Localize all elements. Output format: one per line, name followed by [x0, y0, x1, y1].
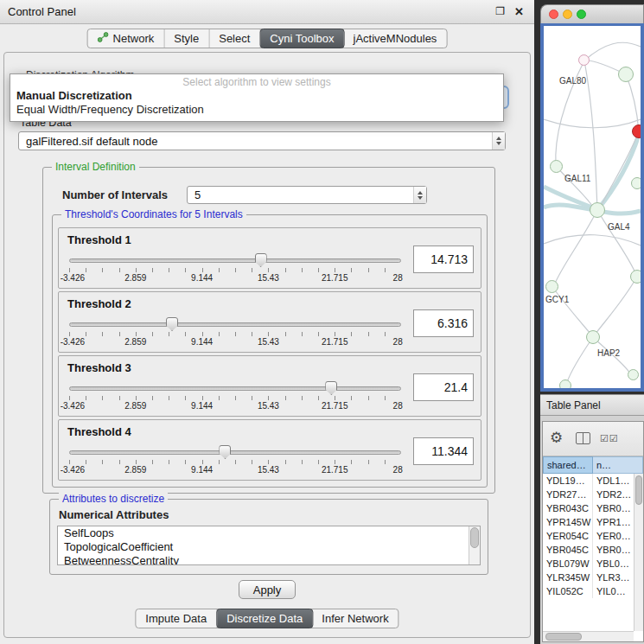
- threshold-row: Threshold 3 -3.426 2.859 9.144 15.43 21.…: [58, 355, 481, 417]
- table-horizontal-scrollbar[interactable]: [543, 631, 634, 641]
- table-row[interactable]: YBL079WYBL0…: [543, 557, 643, 571]
- numerical-attributes-list: SelfLoops TopologicalCoefficient Between…: [57, 526, 481, 565]
- number-of-intervals-label: Number of Intervals: [62, 188, 168, 201]
- threshold-slider[interactable]: -3.426 2.859 9.144 15.43 21.715 28: [69, 443, 401, 479]
- table-vertical-scrollbar[interactable]: [634, 474, 643, 631]
- thresholds-group: Threshold's Coordinates for 5 Intervals …: [52, 214, 488, 488]
- slider-track[interactable]: [69, 322, 401, 327]
- scrollbar-thumb[interactable]: [545, 633, 582, 641]
- network-node-highlighted[interactable]: [632, 124, 641, 138]
- table-row[interactable]: YLR345WYLR3…: [543, 571, 643, 584]
- tab-discretize-data[interactable]: Discretize Data: [216, 609, 313, 628]
- node-label: GCY1: [545, 295, 569, 304]
- select-columns-icons[interactable]: ☑☑: [600, 433, 619, 444]
- network-node[interactable]: [559, 379, 571, 388]
- network-node[interactable]: [618, 67, 634, 82]
- tab-network[interactable]: Network: [88, 29, 165, 48]
- algorithm-placeholder-option: Select algorithm to view settings: [10, 76, 503, 89]
- table-row[interactable]: YER054CYER0…: [543, 529, 643, 543]
- threshold-value-field[interactable]: 14.713: [413, 245, 474, 273]
- network-node[interactable]: [630, 270, 641, 284]
- table-data-combobox[interactable]: galFiltered.sif default node: [18, 131, 506, 150]
- network-node[interactable]: [586, 330, 600, 344]
- network-node[interactable]: [578, 54, 590, 66]
- float-window-icon[interactable]: ❐: [495, 0, 505, 23]
- table-panel-header[interactable]: Table Panel: [540, 394, 644, 416]
- close-traffic-light-icon[interactable]: [549, 10, 558, 19]
- threshold-label: Threshold 2: [67, 297, 131, 310]
- column-header[interactable]: n…: [593, 456, 643, 474]
- list-item[interactable]: BetweennessCentrality: [58, 554, 480, 565]
- gear-icon[interactable]: ⚙: [550, 429, 563, 447]
- node-label: GAL11: [564, 174, 590, 183]
- table-panel-area: Table Panel ⚙ ☑☑ shared… n… YDL19…YDL1… …: [540, 394, 644, 644]
- combobox-stepper-icon[interactable]: [413, 187, 426, 203]
- network-node[interactable]: [631, 177, 641, 189]
- slider-thumb[interactable]: [325, 381, 337, 395]
- threshold-row: Threshold 2 -3.426 2.859 9.144 15.43 21.…: [58, 291, 481, 353]
- list-item[interactable]: TopologicalCoefficient: [58, 540, 480, 554]
- tab-jactivemnodules[interactable]: jActiveMNodules: [344, 29, 447, 48]
- threshold-slider[interactable]: -3.426 2.859 9.144 15.43 21.715 28: [69, 315, 401, 351]
- threshold-value-field[interactable]: 6.316: [413, 309, 474, 337]
- threshold-label: Threshold 4: [67, 425, 131, 438]
- threshold-label: Threshold 1: [67, 233, 131, 246]
- node-label: GAL4: [608, 222, 630, 232]
- table-row[interactable]: YDL19…YDL1…: [543, 474, 643, 488]
- control-panel-window: Control Panel ❐ ✕ Network Style Select C…: [0, 0, 534, 644]
- control-panel-titlebar[interactable]: Control Panel ❐ ✕: [0, 0, 534, 24]
- slider-scale: -3.426 2.859 9.144 15.43 21.715 28: [69, 401, 401, 411]
- threshold-slider[interactable]: -3.426 2.859 9.144 15.43 21.715 28: [69, 251, 401, 287]
- control-panel-tabs: Network Style Select Cyni Toolbox jActiv…: [87, 29, 448, 48]
- slider-track[interactable]: [69, 386, 401, 391]
- node-label: HAP2: [597, 348, 620, 358]
- minimize-traffic-light-icon[interactable]: [563, 10, 572, 19]
- scrollbar-thumb[interactable]: [470, 527, 479, 548]
- table-row[interactable]: YIL052CYIL0…: [543, 584, 643, 598]
- slider-thumb[interactable]: [219, 445, 231, 459]
- zoom-traffic-light-icon[interactable]: [577, 10, 586, 19]
- threshold-value-field[interactable]: 11.344: [413, 437, 474, 465]
- threshold-row: Threshold 1 -3.426 2.859 9.144 15.43 21.…: [58, 227, 481, 289]
- number-of-intervals-combobox[interactable]: 5: [187, 186, 427, 204]
- apply-button[interactable]: Apply: [239, 580, 296, 599]
- column-header[interactable]: shared…: [543, 456, 593, 474]
- threshold-slider[interactable]: -3.426 2.859 9.144 15.43 21.715 28: [69, 379, 401, 415]
- network-node[interactable]: [628, 369, 639, 380]
- network-node[interactable]: [590, 202, 605, 218]
- tab-style[interactable]: Style: [164, 29, 209, 48]
- table-row[interactable]: YPR145WYPR1…: [543, 515, 643, 529]
- combobox-stepper-icon[interactable]: [492, 132, 505, 150]
- network-node[interactable]: [550, 160, 563, 173]
- tab-impute-data[interactable]: Impute Data: [136, 609, 217, 628]
- table-row[interactable]: YBR045CYBR0…: [543, 543, 643, 557]
- list-scrollbar[interactable]: [469, 526, 480, 564]
- tab-cyni-toolbox[interactable]: Cyni Toolbox: [259, 29, 344, 48]
- network-canvas[interactable]: GAL80 GAL11 GAL4 GCY1 HAP2: [544, 26, 641, 388]
- slider-track[interactable]: [69, 258, 401, 263]
- table-row[interactable]: YDR27…YDR2…: [543, 488, 643, 501]
- node-label: GAL80: [559, 76, 586, 86]
- algorithm-dropdown-popup: Select algorithm to view settings Manual…: [10, 73, 504, 122]
- interval-definition-group: Interval Definition Number of Intervals …: [42, 167, 495, 494]
- columns-icon[interactable]: [576, 432, 590, 444]
- slider-thumb[interactable]: [255, 253, 267, 267]
- tab-infer-network[interactable]: Infer Network: [312, 609, 398, 628]
- table-row[interactable]: YBR043CYBR0…: [543, 501, 643, 515]
- slider-thumb[interactable]: [166, 317, 178, 331]
- attributes-group: Attributes to discretize Numerical Attri…: [49, 499, 488, 575]
- network-window-titlebar[interactable]: [540, 4, 644, 23]
- window-title: Control Panel: [8, 0, 76, 23]
- close-window-icon[interactable]: ✕: [514, 0, 524, 23]
- list-item[interactable]: SelfLoops: [58, 526, 480, 540]
- interval-definition-group-label: Interval Definition: [52, 161, 139, 173]
- threshold-value-field[interactable]: 21.4: [413, 373, 474, 401]
- algorithm-option-manual[interactable]: Manual Discretization: [10, 89, 503, 103]
- slider-ticks: [69, 396, 401, 400]
- tab-select[interactable]: Select: [209, 29, 260, 48]
- algorithm-option-equal-width[interactable]: Equal Width/Frequency Discretization: [10, 103, 503, 117]
- numerical-attributes-label: Numerical Attributes: [59, 508, 169, 521]
- network-node[interactable]: [545, 280, 558, 293]
- scrollbar-thumb[interactable]: [635, 475, 642, 505]
- slider-track[interactable]: [69, 450, 401, 455]
